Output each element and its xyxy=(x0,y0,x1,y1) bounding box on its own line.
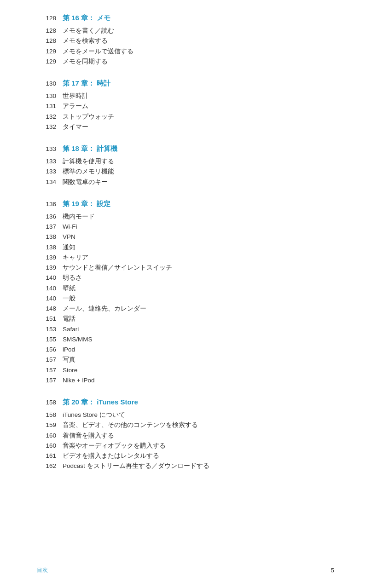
toc-section-chapter18: 133第 18 章： 計算機133計算機を使用する133標準のメモリ機能134関… xyxy=(37,144,334,187)
chapter-page-chapter19: 136 xyxy=(37,201,56,208)
chapter-title-chapter18: 第 18 章： 計算機 xyxy=(63,144,117,153)
chapter-row-chapter18: 133第 18 章： 計算機 xyxy=(37,144,334,155)
toc-item-text: ストップウォッチ xyxy=(63,112,114,121)
toc-item-text: 計算機を使用する xyxy=(63,157,114,166)
toc-row: 161ビデオを購入またはレンタルする xyxy=(37,451,334,461)
toc-item-text: 関数電卓のキー xyxy=(63,178,108,187)
toc-item-page: 140 xyxy=(37,285,56,292)
toc-row: 140一般 xyxy=(37,294,334,303)
toc-item-text: VPN xyxy=(63,232,75,242)
toc-row: 128メモを書く／読む xyxy=(37,26,334,35)
chapter-title-chapter17: 第 17 章： 時計 xyxy=(63,79,110,88)
toc-row: 129メモをメールで送信する xyxy=(37,47,334,56)
page-content: 128第 16 章： メモ128メモを書く／読む128メモを検索する129メモを… xyxy=(0,0,371,507)
chapter-title-chapter20: 第 20 章： iTunes Store xyxy=(63,398,138,407)
toc-row: 157Store xyxy=(37,366,334,375)
toc-row: 162Podcast をストリーム再生する／ダウンロードする xyxy=(37,461,334,471)
toc-section-chapter19: 136第 19 章： 設定136機内モード137Wi-Fi138VPN138通知… xyxy=(37,200,334,385)
toc-item-page: 161 xyxy=(37,452,56,459)
toc-section-chapter20: 158第 20 章： iTunes Store158iTunes Store に… xyxy=(37,398,334,471)
chapter-row-chapter16: 128第 16 章： メモ xyxy=(37,14,334,24)
chapter-row-chapter19: 136第 19 章： 設定 xyxy=(37,200,334,210)
toc-item-page: 160 xyxy=(37,442,56,449)
toc-item-text: iTunes Store について xyxy=(63,410,125,420)
chapter-page-chapter20: 158 xyxy=(37,399,56,406)
toc-item-page: 128 xyxy=(37,37,56,44)
toc-row: 130世界時計 xyxy=(37,92,334,101)
toc-row: 156iPod xyxy=(37,345,334,354)
toc-row: 151電話 xyxy=(37,314,334,323)
toc-item-text: Wi-Fi xyxy=(63,222,77,231)
toc-row: 160音楽やオーディオブックを購入する xyxy=(37,441,334,450)
toc-item-text: アラーム xyxy=(63,102,88,111)
toc-item-text: Store xyxy=(63,366,77,375)
toc-item-text: メモを書く／読む xyxy=(63,26,114,35)
toc-item-text: SMS/MMS xyxy=(63,335,93,344)
toc-row: 140明るさ xyxy=(37,273,334,282)
toc-row: 136機内モード xyxy=(37,212,334,221)
toc-row: 129メモを同期する xyxy=(37,57,334,66)
toc-item-text: 一般 xyxy=(63,294,75,303)
toc-item-text: メール、連絡先、カレンダー xyxy=(63,304,146,313)
toc-item-page: 160 xyxy=(37,432,56,439)
toc-item-page: 156 xyxy=(37,346,56,353)
toc-item-page: 128 xyxy=(37,27,56,34)
toc-row: 128メモを検索する xyxy=(37,36,334,46)
toc-item-page: 137 xyxy=(37,223,56,230)
toc-item-page: 159 xyxy=(37,421,56,428)
toc-row: 148メール、連絡先、カレンダー xyxy=(37,304,334,313)
toc-item-page: 138 xyxy=(37,244,56,251)
toc-item-text: 標準のメモリ機能 xyxy=(63,167,114,176)
toc-item-text: 音楽やオーディオブックを購入する xyxy=(63,441,166,450)
toc-row: 155SMS/MMS xyxy=(37,335,334,344)
toc-row: 139サウンドと着信／サイレントスイッチ xyxy=(37,263,334,272)
toc-row: 132タイマー xyxy=(37,122,334,132)
toc-item-text: メモを同期する xyxy=(63,57,108,66)
toc-item-text: 世界時計 xyxy=(63,92,88,101)
toc-item-page: 136 xyxy=(37,213,56,220)
toc-section-chapter16: 128第 16 章： メモ128メモを書く／読む128メモを検索する129メモを… xyxy=(37,14,334,66)
toc-row: 131アラーム xyxy=(37,102,334,111)
toc-item-page: 148 xyxy=(37,305,56,312)
toc-item-text: 電話 xyxy=(63,314,75,323)
toc-item-page: 162 xyxy=(37,462,56,469)
chapter-page-chapter17: 130 xyxy=(37,80,56,87)
toc-row: 133計算機を使用する xyxy=(37,157,334,166)
footer-toc-label: 目次 xyxy=(37,566,48,574)
toc-item-text: メモをメールで送信する xyxy=(63,47,133,56)
toc-row: 138VPN xyxy=(37,232,334,242)
toc-row: 133標準のメモリ機能 xyxy=(37,167,334,176)
toc-row: 153Safari xyxy=(37,325,334,334)
toc-item-page: 132 xyxy=(37,123,56,130)
toc-item-page: 130 xyxy=(37,92,56,99)
toc-row: 159音楽、ビデオ、その他のコンテンツを検索する xyxy=(37,421,334,430)
toc-item-page: 129 xyxy=(37,58,56,65)
toc-row: 157Nike + iPod xyxy=(37,376,334,385)
toc-row: 139キャリア xyxy=(37,253,334,262)
toc-item-page: 140 xyxy=(37,295,56,302)
chapter-page-chapter16: 128 xyxy=(37,15,56,22)
toc-item-text: サウンドと着信／サイレントスイッチ xyxy=(63,263,172,272)
toc-item-page: 133 xyxy=(37,158,56,165)
chapter-title-chapter16: 第 16 章： メモ xyxy=(63,14,110,23)
toc-item-text: Podcast をストリーム再生する／ダウンロードする xyxy=(63,461,209,471)
toc-item-page: 140 xyxy=(37,274,56,281)
chapter-row-chapter20: 158第 20 章： iTunes Store xyxy=(37,398,334,409)
toc-item-page: 157 xyxy=(37,356,56,363)
toc-row: 157写真 xyxy=(37,355,334,364)
toc-item-page: 155 xyxy=(37,336,56,343)
page-footer: 目次 5 xyxy=(0,566,371,574)
toc-item-text: ビデオを購入またはレンタルする xyxy=(63,451,159,461)
chapter-row-chapter17: 130第 17 章： 時計 xyxy=(37,79,334,90)
toc-row: 138通知 xyxy=(37,243,334,252)
toc-row: 160着信音を購入する xyxy=(37,431,334,440)
toc-item-text: iPod xyxy=(63,345,75,354)
toc-row: 158iTunes Store について xyxy=(37,410,334,420)
toc-item-text: 音楽、ビデオ、その他のコンテンツを検索する xyxy=(63,421,198,430)
toc-row: 140壁紙 xyxy=(37,284,334,293)
toc-item-page: 157 xyxy=(37,367,56,374)
toc-item-text: 着信音を購入する xyxy=(63,431,114,440)
toc-item-page: 151 xyxy=(37,315,56,322)
toc-row: 134関数電卓のキー xyxy=(37,178,334,187)
chapter-title-chapter19: 第 19 章： 設定 xyxy=(63,200,110,208)
